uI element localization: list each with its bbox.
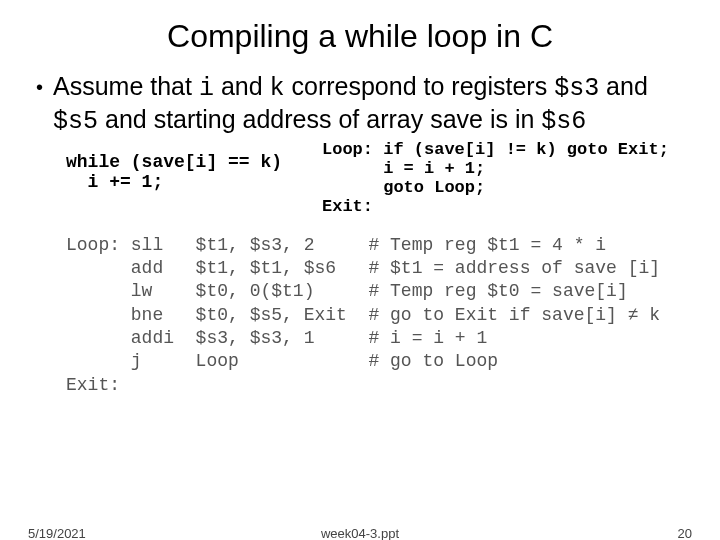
text-segment: Assume that [53, 72, 199, 100]
code-inline-s3: $s3 [554, 74, 599, 103]
text-segment: and starting address of array save is in [98, 105, 541, 133]
bullet-marker: • [30, 71, 53, 100]
code-inline-i: i [199, 74, 214, 103]
slide-title: Compiling a while loop in C [30, 18, 690, 55]
footer-filename: week04-3.ppt [0, 526, 720, 540]
bullet-text: Assume that i and k correspond to regist… [53, 71, 690, 138]
text-segment: correspond to registers [285, 72, 555, 100]
goto-code: Loop: if (save[i] != k) goto Exit; i = i… [322, 140, 669, 216]
code-row: while (save[i] == k) i += 1; Loop: if (s… [30, 140, 690, 216]
code-inline-s5: $s5 [53, 107, 98, 136]
code-inline-k: k [270, 74, 285, 103]
text-segment: and [214, 72, 270, 100]
c-while-code: while (save[i] == k) i += 1; [66, 140, 322, 216]
bullet-item: • Assume that i and k correspond to regi… [30, 71, 690, 138]
text-segment: and [599, 72, 648, 100]
mips-assembly: Loop: sll $t1, $s3, 2 # Temp reg $t1 = 4… [30, 234, 690, 398]
footer-page-number: 20 [678, 526, 692, 540]
code-inline-s6: $s6 [541, 107, 586, 136]
